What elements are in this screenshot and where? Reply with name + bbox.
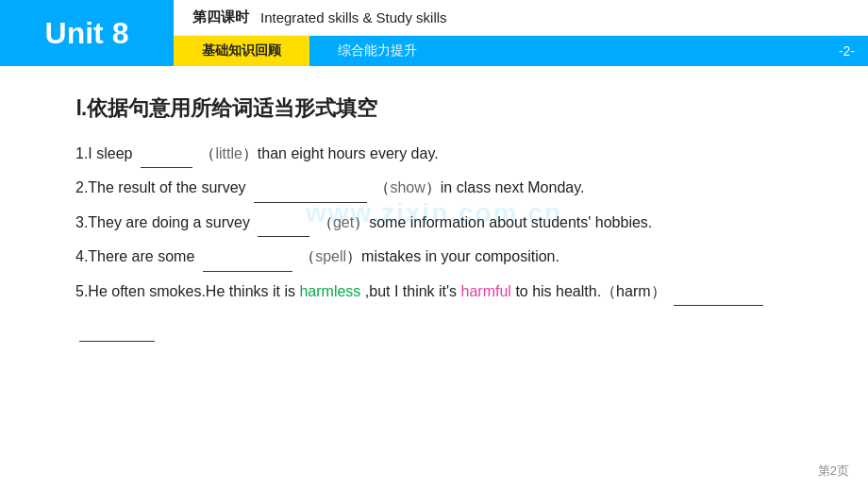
q4-hint: （spell）mistakes in your composition.: [300, 248, 559, 264]
q5-text2: ,but I think it's: [365, 283, 461, 299]
top-header: Unit 8 第四课时 Integrated skills & Study sk…: [0, 0, 868, 66]
question-1: 1.I sleep （little）than eight hours every…: [75, 140, 811, 168]
header-right: 第四课时 Integrated skills & Study skills 基础…: [174, 0, 868, 66]
tab-bar: 基础知识回顾 综合能力提升 -2-: [174, 36, 868, 66]
q3-text: 3.They are doing a survey: [75, 214, 250, 230]
tab-comprehensive[interactable]: 综合能力提升: [309, 36, 445, 66]
lesson-number: 第四课时: [192, 8, 249, 26]
main-content: www.zixin.com.cn Ⅰ.依据句意用所给词适当形式填空 1.I sl…: [0, 66, 868, 361]
tab-basic-knowledge[interactable]: 基础知识回顾: [174, 36, 309, 66]
q2-blank: [254, 186, 367, 203]
question-3: 3.They are doing a survey （get）some info…: [75, 209, 811, 237]
q1-blank: [141, 151, 192, 168]
question-list: 1.I sleep （little）than eight hours every…: [75, 140, 811, 342]
q5-harmless: harmless: [299, 283, 360, 299]
lesson-title-bar: 第四课时 Integrated skills & Study skills: [174, 0, 868, 36]
q3-blank: [258, 220, 309, 237]
q1-hint: （little）than eight hours every day.: [200, 145, 438, 161]
unit-label: Unit 8: [0, 0, 174, 66]
extra-blank: [79, 325, 155, 342]
page-footer: 第2页: [818, 463, 849, 480]
q3-hint: （get）some information about students' ho…: [318, 214, 652, 230]
extra-blank-row: [75, 313, 811, 342]
section-title: Ⅰ.依据句意用所给词适当形式填空: [75, 94, 811, 123]
q4-text: 4.There are some: [75, 248, 194, 264]
q4-blank: [203, 255, 292, 272]
q5-blank: [674, 289, 763, 306]
question-5: 5.He often smokes.He thinks it is harmle…: [75, 278, 811, 306]
q5-text3: to his health.（harm）: [515, 283, 665, 299]
q5-harmful: harmful: [461, 283, 511, 299]
q1-num: 1.I sleep: [75, 145, 132, 161]
page-number: -2-: [826, 36, 868, 66]
question-2: 2.The result of the survey （show）in clas…: [75, 174, 811, 202]
q5-text1: 5.He often smokes.He thinks it is: [75, 283, 299, 299]
q2-text: 2.The result of the survey: [75, 179, 246, 195]
q2-hint: （show）in class next Monday.: [375, 179, 584, 195]
lesson-title: Integrated skills & Study skills: [260, 9, 447, 25]
question-4: 4.There are some （spell）mistakes in your…: [75, 243, 811, 271]
